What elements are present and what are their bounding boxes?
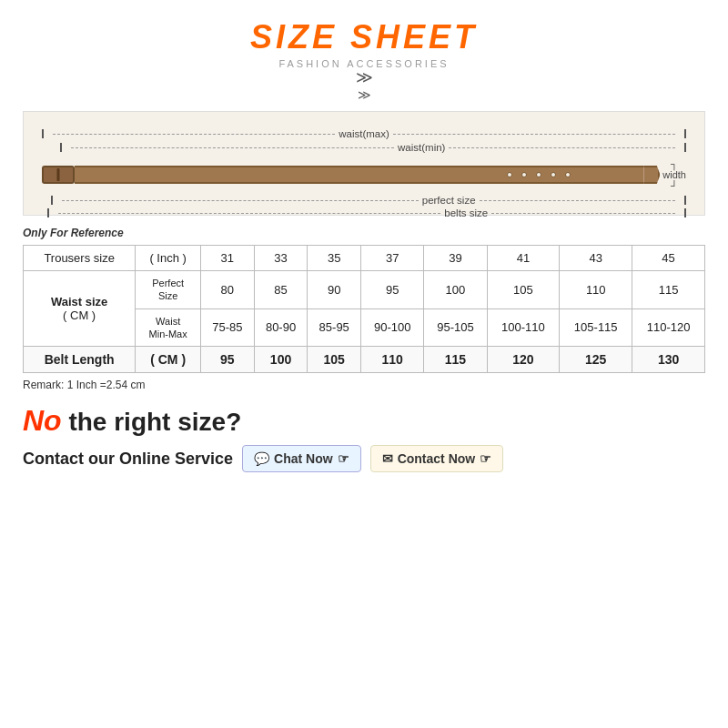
waist-max-label: waist(max) <box>339 128 389 139</box>
chevron-icon: ≫ <box>356 68 373 86</box>
no-text: No <box>23 404 62 437</box>
perfect-size-label: perfect size <box>422 195 476 206</box>
belt-120: 120 <box>487 347 560 373</box>
contact-now-button[interactable]: ✉ Contact Now ☞ <box>370 445 504 472</box>
size-table: Trousers size ( Inch ) 31 33 35 37 39 41… <box>23 245 705 373</box>
dotted-line-min-right <box>449 147 675 148</box>
size-45-header: 45 <box>632 246 705 271</box>
minmax-45: 110-120 <box>632 308 705 347</box>
tick-right-max <box>679 129 686 138</box>
tick-left-belts <box>47 208 55 217</box>
dotted-line-min-left <box>71 147 394 148</box>
minmax-39: 95-105 <box>424 308 487 347</box>
tick-right-belts <box>679 208 686 217</box>
size-37-header: 37 <box>361 246 424 271</box>
perfect-size-sublabel: PerfectSize <box>136 271 201 309</box>
size-43-header: 43 <box>560 246 632 271</box>
chat-now-button[interactable]: 💬 Chat Now ☞ <box>242 445 361 472</box>
dotted-line-belts-right <box>491 213 675 214</box>
perfect-43: 110 <box>560 271 632 309</box>
tick-left-max <box>42 129 49 138</box>
belt-holes <box>507 172 571 177</box>
tick-left-min <box>60 143 67 152</box>
remark: Remark: 1 Inch =2.54 cm <box>23 379 705 391</box>
belt-hole <box>507 172 512 177</box>
belt-hole <box>536 172 541 177</box>
perfect-39: 100 <box>424 271 487 309</box>
belt-body <box>75 166 643 184</box>
perfect-35: 90 <box>308 271 361 309</box>
contact-btn-label: Contact Now <box>398 451 476 466</box>
perfect-31: 80 <box>201 271 255 309</box>
belt-95: 95 <box>201 347 255 373</box>
size-41-header: 41 <box>487 246 560 271</box>
dotted-line-perfect-right <box>480 200 675 201</box>
belt-hole <box>565 172 571 177</box>
belt-105: 105 <box>308 347 361 373</box>
dotted-line-belts-left <box>58 213 440 214</box>
dotted-line-max-right <box>393 134 675 135</box>
belt-length-row: Belt Length ( CM ) 95 100 105 110 115 12… <box>24 347 705 373</box>
belt-end <box>643 166 660 184</box>
waist-min-label: waist(min) <box>398 142 445 153</box>
belt-length-label: Belt Length <box>24 347 136 373</box>
tick-left-perfect <box>51 196 58 205</box>
chat-icon: 💬 <box>254 451 269 466</box>
size-39-header: 39 <box>424 246 487 271</box>
reference-note: Only For Reference <box>23 227 705 239</box>
minmax-41: 100-110 <box>487 308 560 347</box>
belt-110: 110 <box>361 347 424 373</box>
table-header-row: Trousers size ( Inch ) 31 33 35 37 39 41… <box>24 246 705 271</box>
size-35-header: 35 <box>308 246 361 271</box>
chevron-icon-2: ≫ <box>358 87 371 102</box>
belt-length-unit: ( CM ) <box>136 347 201 373</box>
waist-size-label: Waist size( CM ) <box>24 271 136 347</box>
belt-115: 115 <box>424 347 487 373</box>
belt-130: 130 <box>632 347 705 373</box>
belts-size-label: belts size <box>444 207 488 218</box>
width-indicator: ┐ width ┘ <box>662 158 686 191</box>
hand-icon-contact: ☞ <box>480 451 491 466</box>
belt-hole <box>551 172 556 177</box>
perfect-45: 115 <box>632 271 705 309</box>
belt-125: 125 <box>560 347 632 373</box>
question-text: the right size? <box>62 408 242 436</box>
tick-right-perfect <box>679 196 686 205</box>
width-label: width <box>662 169 686 180</box>
belt-buckle <box>42 166 75 184</box>
mail-icon: ✉ <box>382 451 393 466</box>
tick-right-min <box>679 143 686 152</box>
minmax-43: 105-115 <box>560 308 632 347</box>
belt-100: 100 <box>254 347 308 373</box>
no-size-title: No the right size? <box>23 404 705 438</box>
dotted-line-max-left <box>53 134 335 135</box>
inch-header: ( Inch ) <box>136 246 201 271</box>
perfect-size-row: Waist size( CM ) PerfectSize 80 85 90 95… <box>24 271 705 309</box>
minmax-35: 85-95 <box>308 308 361 347</box>
trousers-size-header: Trousers size <box>24 246 136 271</box>
minmax-31: 75-85 <box>201 308 255 347</box>
belt-diagram: waist(max) waist(min) <box>23 111 705 216</box>
contact-label: Contact our Online Service <box>23 450 233 469</box>
belt-hole <box>521 172 527 177</box>
minmax-37: 90-100 <box>361 308 424 347</box>
minmax-33: 80-90 <box>254 308 308 347</box>
contact-section: Contact our Online Service 💬 Chat Now ☞ … <box>23 445 705 472</box>
waist-minmax-sublabel: WaistMin-Max <box>136 308 201 347</box>
header-section: SIZE SHEET FASHION ACCESSORIES ≫ ≫ <box>23 18 705 102</box>
chat-btn-label: Chat Now <box>274 451 333 466</box>
perfect-41: 105 <box>487 271 560 309</box>
page-title: SIZE SHEET <box>23 18 705 56</box>
perfect-33: 85 <box>254 271 308 309</box>
no-size-section: No the right size? Contact our Online Se… <box>23 404 705 472</box>
size-31-header: 31 <box>201 246 255 271</box>
dotted-line-perfect-left <box>62 200 419 201</box>
belt-graphic: ┐ width ┘ <box>42 158 686 191</box>
size-33-header: 33 <box>254 246 308 271</box>
hand-icon-chat: ☞ <box>338 451 349 466</box>
perfect-37: 95 <box>361 271 424 309</box>
